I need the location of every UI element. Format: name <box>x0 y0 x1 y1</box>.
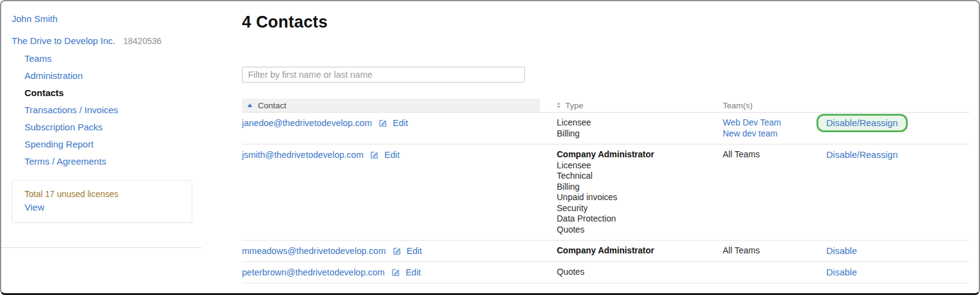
edit-link[interactable]: Edit <box>393 118 408 128</box>
type-cell: Company Administrator <box>557 245 723 256</box>
contact-type-label: Quotes <box>557 225 723 236</box>
contact-type-label: Technical <box>557 171 723 182</box>
sidebar-item-administration[interactable]: Administration <box>24 70 209 81</box>
disable-link[interactable]: Disable <box>826 245 857 256</box>
team-label: All Teams <box>723 149 826 160</box>
action-cell: Disable/Reassign <box>826 118 970 132</box>
contact-email-link[interactable]: peterbrown@thedrivetodevelop.com <box>242 267 385 277</box>
column-header-teams-label: Team(s) <box>723 101 753 110</box>
teams-cell: All Teams <box>723 149 826 160</box>
contact-filter-input[interactable] <box>242 67 525 83</box>
team-label: All Teams <box>723 245 826 256</box>
sidebar-nav: TeamsAdministrationContactsTransactions … <box>24 53 209 167</box>
contact-type-label: Security <box>557 203 723 214</box>
contact-cell: janedoe@thedrivetodevelop.comEdit <box>242 118 557 129</box>
contact-type-label: Licensee <box>557 160 723 171</box>
user-name-link[interactable]: John Smith <box>12 13 209 24</box>
type-cell: Quotes <box>557 267 723 278</box>
edit-icon <box>379 119 387 127</box>
contact-email-link[interactable]: janedoe@thedrivetodevelop.com <box>242 118 372 128</box>
app-window: John Smith The Drive to Develop Inc. 184… <box>0 0 980 295</box>
team-link[interactable]: Web Dev Team <box>723 118 826 129</box>
action-cell: Disable <box>826 267 970 278</box>
sort-ascending-icon <box>247 103 252 107</box>
contact-type-label: Company Administrator <box>557 149 723 160</box>
action-cell: Disable <box>826 245 970 256</box>
table-row: janedoe@thedrivetodevelop.comEditLicense… <box>242 113 970 144</box>
action-cell: Disable/Reassign <box>826 149 970 160</box>
column-header-contact[interactable]: Contact <box>242 99 540 112</box>
column-header-actions <box>826 99 970 112</box>
contact-type-label: Data Protection <box>557 214 723 225</box>
company-row: The Drive to Develop Inc. 18420536 <box>12 35 209 46</box>
edit-icon <box>370 151 379 159</box>
contact-type-label: Company Administrator <box>557 245 723 256</box>
edit-icon <box>393 247 401 255</box>
sort-icon <box>557 102 560 108</box>
type-cell: Company AdministratorLicenseeTechnicalBi… <box>557 149 723 235</box>
company-id: 18420536 <box>123 36 161 46</box>
page-title: 4 Contacts <box>242 13 970 32</box>
unused-licenses-text: Total 17 unused licenses <box>24 189 183 200</box>
contacts-page: 4 Contacts Contact Type Team(s) janedoe@… <box>242 1 970 283</box>
column-header-type-label: Type <box>565 101 583 110</box>
edit-link[interactable]: Edit <box>407 246 422 256</box>
teams-cell: All Teams <box>723 245 826 256</box>
sidebar-divider <box>1 247 202 248</box>
contact-type-label: Billing <box>557 182 723 193</box>
teams-cell: Web Dev TeamNew dev team <box>723 118 826 139</box>
sidebar-item-teams[interactable]: Teams <box>24 53 209 64</box>
view-licenses-link[interactable]: View <box>24 202 183 212</box>
table-row: jsmith@thedrivetodevelop.comEditCompany … <box>242 144 970 241</box>
column-header-type[interactable]: Type <box>557 99 723 112</box>
unused-licenses-card: Total 17 unused licenses View <box>12 180 192 223</box>
column-header-teams: Team(s) <box>723 99 826 112</box>
contact-type-label: Unpaid invoices <box>557 192 723 203</box>
type-cell: LicenseeBilling <box>557 118 723 139</box>
edit-icon <box>391 268 400 277</box>
edit-link[interactable]: Edit <box>384 150 399 160</box>
table-body: janedoe@thedrivetodevelop.comEditLicense… <box>242 113 970 283</box>
company-link[interactable]: The Drive to Develop Inc. <box>12 35 115 46</box>
contact-cell: jsmith@thedrivetodevelop.comEdit <box>242 149 557 160</box>
table-row: mmeadows@thedrivetodevelop.comEditCompan… <box>242 241 970 262</box>
sidebar-item-contacts[interactable]: Contacts <box>24 87 209 99</box>
sidebar-item-subscription-packs[interactable]: Subscription Packs <box>24 121 209 133</box>
contact-cell: mmeadows@thedrivetodevelop.comEdit <box>242 245 557 256</box>
team-link[interactable]: New dev team <box>723 129 826 140</box>
sidebar: John Smith The Drive to Develop Inc. 184… <box>1 1 209 223</box>
disable-reassign-link[interactable]: Disable/Reassign <box>816 114 908 132</box>
sidebar-item-transactions-invoices[interactable]: Transactions / Invoices <box>24 104 209 116</box>
column-header-contact-label: Contact <box>258 101 287 110</box>
edit-link[interactable]: Edit <box>405 267 421 277</box>
sidebar-item-terms-agreements[interactable]: Terms / Agreements <box>24 155 209 167</box>
contact-cell: peterbrown@thedrivetodevelop.comEdit <box>242 267 557 278</box>
disable-link[interactable]: Disable <box>826 267 857 277</box>
disable-reassign-link[interactable]: Disable/Reassign <box>826 149 898 160</box>
contact-type-label: Billing <box>557 129 723 140</box>
table-row: peterbrown@thedrivetodevelop.comEditQuot… <box>242 262 970 283</box>
contact-email-link[interactable]: jsmith@thedrivetodevelop.com <box>242 150 363 160</box>
table-header-row: Contact Type Team(s) <box>242 99 970 113</box>
contact-email-link[interactable]: mmeadows@thedrivetodevelop.com <box>242 246 386 256</box>
contact-type-label: Licensee <box>557 118 723 129</box>
contact-type-label: Quotes <box>557 267 723 278</box>
teams-cell <box>723 267 826 278</box>
contacts-table: Contact Type Team(s) janedoe@thedrivetod… <box>242 99 970 283</box>
sidebar-item-spending-report[interactable]: Spending Report <box>24 138 209 150</box>
